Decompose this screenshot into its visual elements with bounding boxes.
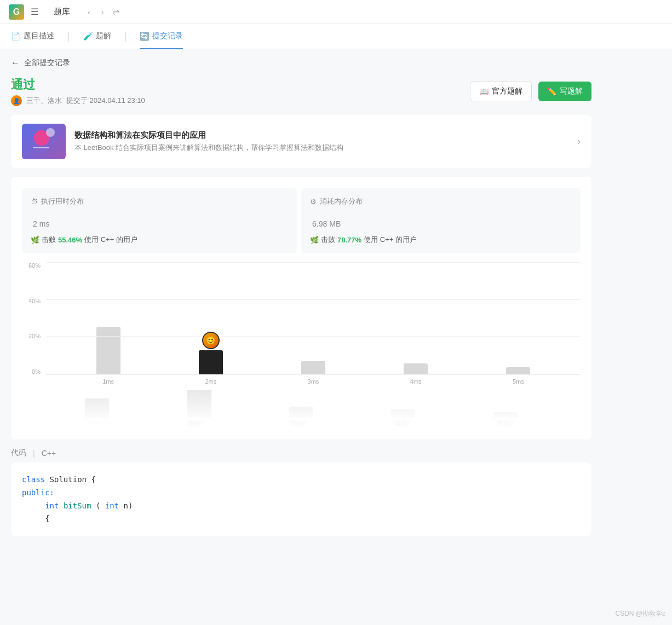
solution-tab-icon: 🧪 [83, 32, 93, 40]
submission-info: 通过 👤 三千、洛水 提交于 2024.04.11 23:10 [11, 77, 145, 106]
bar-group-2ms: 😊 [199, 332, 223, 374]
back-label: 全部提交记录 [24, 58, 70, 68]
book-icon: 📖 [479, 87, 489, 96]
tab-divider-1: | [67, 31, 70, 42]
flame-icon-2: 🌿 [310, 236, 319, 244]
mini-label-2: 2ms [186, 420, 204, 427]
submission-author: 三千、洛水 [26, 96, 62, 106]
submission-actions: 📖 官方题解 ✏️ 写题解 [470, 82, 591, 101]
grid-line-60 [46, 262, 581, 263]
y-label-40: 40% [22, 298, 44, 304]
menu-icon[interactable]: ☰ [31, 7, 38, 17]
grid-line-40 [46, 299, 581, 300]
code-section: 代码 | C++ class Solution { public: int bi… [11, 448, 591, 536]
submission-time: 提交于 2024.04.11 23:10 [66, 96, 145, 106]
kw-int-param: int [105, 501, 124, 510]
mini-bar-4 [391, 409, 415, 418]
main-content: ← 全部提交记录 通过 👤 三千、洛水 提交于 2024.04.11 23:10… [0, 49, 602, 545]
mini-label-1: 1ms [89, 420, 100, 427]
promo-arrow-icon: › [577, 136, 581, 147]
kw-public: public: [22, 488, 54, 497]
time-beat: 🌿 击败 55.46% 使用 C++ 的用户 [31, 235, 288, 245]
memory-icon: ⚙ [310, 198, 317, 206]
submission-meta: 👤 三千、洛水 提交于 2024.04.11 23:10 [11, 95, 145, 106]
description-tab-label: 题目描述 [24, 31, 54, 41]
nav-title: 题库 [45, 0, 79, 24]
description-tab-icon: 📄 [11, 32, 20, 40]
code-line-1: class Solution { [22, 473, 581, 487]
paren-open: ( [96, 501, 100, 510]
time-panel-title: ⏱ 执行用时分布 [31, 196, 288, 206]
grid-lines [46, 262, 581, 374]
mini-bar-5 [493, 412, 518, 418]
mem-stat-panel: ⚙ 消耗内存分布 6.98MB 🌿 击败 78.77% 使用 C++ 的用户 [301, 188, 581, 253]
user-pin-avatar: 😊 [202, 332, 220, 349]
mini-chart: 1ms 2ms 3ms 4ms 5ms [22, 390, 581, 429]
y-axis: 0% 20% 40% 60% [22, 262, 44, 375]
promo-subtitle: 本 LeetBook 结合实际项目案例来讲解算法和数据结构，帮你学习掌握算法和数… [74, 143, 343, 153]
code-line-3: int bitSum ( int n) [22, 500, 581, 513]
mini-bar-3 [289, 407, 313, 418]
code-line-4: { [22, 512, 581, 525]
write-solution-button[interactable]: ✏️ 写题解 [538, 82, 591, 101]
chart-body: 😊 [46, 262, 581, 375]
mini-bars [22, 390, 581, 418]
brace-body-open: { [45, 514, 49, 523]
time-stat-panel: ⏱ 执行用时分布 2ms 🌿 击败 55.46% 使用 C++ 的用户 [22, 188, 297, 253]
mini-label-3: 3ms [289, 420, 307, 427]
back-button[interactable]: ← 全部提交记录 [11, 58, 591, 68]
y-label-20: 20% [22, 333, 44, 339]
write-icon: ✏️ [547, 87, 556, 96]
mini-bar-1 [85, 398, 109, 418]
official-solution-button[interactable]: 📖 官方题解 [470, 82, 532, 101]
promo-title: 数据结构和算法在实际项目中的应用 [74, 130, 343, 141]
tab-divider-2: | [124, 31, 127, 42]
bar-2ms [199, 350, 223, 374]
back-arrow-icon: ← [11, 58, 20, 68]
mini-label-5: 5ms [496, 420, 514, 427]
y-label-60: 60% [22, 262, 44, 269]
mem-beat: 🌿 击败 78.77% 使用 C++ 的用户 [310, 235, 572, 245]
brace-open: { [91, 475, 95, 484]
solution-tab-label: 题解 [96, 31, 111, 41]
promo-card[interactable]: 数据结构和算法在实际项目中的应用 本 LeetBook 结合实际项目案例来讲解算… [11, 115, 591, 168]
kw-int-return: int [45, 501, 64, 510]
write-solution-label: 写题解 [560, 86, 583, 96]
shuffle-button[interactable]: ⇌ [112, 7, 119, 17]
mem-value: 6.98MB [310, 213, 572, 230]
mini-label-4: 4ms [392, 420, 410, 427]
x-label-4ms: 4ms [410, 378, 422, 385]
submissions-tab-icon: 🔄 [140, 32, 149, 40]
prev-problem-button[interactable]: ‹ [85, 5, 93, 19]
code-header: 代码 | C++ [11, 448, 591, 458]
submission-status: 通过 [11, 77, 145, 93]
x-label-5ms: 5ms [513, 378, 524, 385]
x-label-3ms: 3ms [308, 378, 319, 385]
mini-labels: 1ms 2ms 3ms 4ms 5ms [22, 420, 581, 427]
param-n: n) [123, 501, 133, 510]
promo-text: 数据结构和算法在实际项目中的应用 本 LeetBook 结合实际项目案例来讲解算… [74, 130, 343, 153]
promo-thumbnail [22, 124, 66, 159]
flame-icon: 🌿 [31, 236, 39, 244]
x-label-1ms: 1ms [102, 378, 114, 385]
tab-bar: 📄 题目描述 | 🧪 题解 | 🔄 提交记录 [0, 24, 672, 49]
stats-grid: ⏱ 执行用时分布 2ms 🌿 击败 55.46% 使用 C++ 的用户 ⚙ 消耗… [22, 188, 581, 253]
tab-description[interactable]: 📄 题目描述 [11, 24, 54, 49]
class-name: Solution [50, 475, 91, 484]
top-nav: G ☰ 题库 ‹ › ⇌ [0, 0, 672, 24]
next-problem-button[interactable]: › [99, 5, 106, 19]
official-solution-label: 官方题解 [492, 86, 522, 96]
grid-line-20 [46, 336, 581, 337]
code-label: 代码 [11, 448, 26, 458]
code-line-2: public: [22, 487, 581, 500]
tab-submissions[interactable]: 🔄 提交记录 [140, 24, 183, 49]
logo-icon: G [9, 4, 24, 20]
tab-solution[interactable]: 🧪 题解 [83, 24, 111, 49]
x-label-2ms: 2ms [205, 378, 216, 385]
submission-header: 通过 👤 三千、洛水 提交于 2024.04.11 23:10 📖 官方题解 ✏… [11, 77, 591, 106]
bar-chart: 0% 20% 40% 60% [22, 262, 581, 388]
code-block: class Solution { public: int bitSum ( in… [11, 462, 591, 536]
grid-line-0 [46, 374, 581, 374]
x-axis: 1ms 2ms 3ms 4ms 5ms [46, 375, 581, 388]
mem-panel-title: ⚙ 消耗内存分布 [310, 196, 572, 206]
